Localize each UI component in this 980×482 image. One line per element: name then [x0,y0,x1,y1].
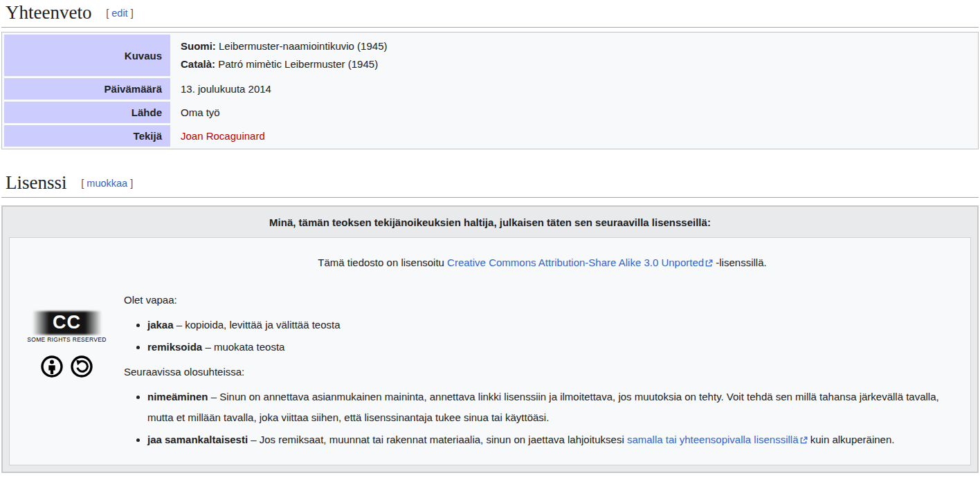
summary-heading: Yhteenveto [ edit ] [1,0,979,28]
summary-heading-text: Yhteenveto [6,2,91,23]
language-label: Suomi: [181,40,216,52]
external-link-icon [705,259,713,267]
conditions-list: nimeäminen – Sinun on annettava asianmuk… [124,387,961,450]
author-value: Joan Rocaguinard [172,125,976,147]
bracket: [ [81,178,84,189]
condition-item-share-alike: jaa samankaltaisesti – Jos remiksaat, mu… [147,429,961,450]
cc-license-text-column: Tämä tiedosto on lisensoitu Creative Com… [124,238,970,463]
description-catalan: Català: Patró mimètic Leibermuster (1945… [181,55,968,73]
cc-logo-column: CC SOME RIGHTS RESERVED [10,238,124,378]
conditions-heading: Seuraavissa olosuhteissa: [124,362,961,382]
bracket: ] [131,8,134,19]
condition-item-attribution: nimeäminen – Sinun on annettava asianmuk… [147,387,961,428]
bracket: ] [130,178,133,189]
cc-some-rights-reserved-label: SOME RIGHTS RESERVED [27,336,106,343]
external-link-icon [800,436,808,444]
description-finnish: Suomi: Leibermuster-naamiointikuvio (194… [181,37,968,55]
free-item-share: jakaa – kopioida, levittää ja välittää t… [147,315,961,335]
source-label: Lähde [4,102,170,123]
license-box: Minä, tämän teoksen tekijänoikeuksien ha… [1,205,979,473]
free-item-remix: remiksoida – muokata teosta [147,337,961,358]
description-label: Kuvaus [4,35,170,76]
cc-intro-line: Tämä tiedosto on lisensoitu Creative Com… [124,252,961,273]
cc-logo-letters: CC [33,311,102,334]
table-row-description: Kuvaus Suomi: Leibermuster-naamiointikuv… [4,35,976,76]
license-heading-text: Lisenssi [6,172,67,193]
author-red-link[interactable]: Joan Rocaguinard [181,130,265,142]
bracket: [ [106,8,109,19]
language-label: Català: [181,58,215,70]
cc-license-panel: CC SOME RIGHTS RESERVED [9,237,971,465]
license-editsection: [ muokkaa ] [81,178,133,189]
cc-condition-icons [40,355,93,378]
description-value: Suomi: Leibermuster-naamiointikuvio (194… [172,35,976,76]
attribution-icon [40,355,64,378]
author-label: Tekijä [4,125,170,147]
date-value: 13. joulukuuta 2014 [172,78,976,100]
table-row-author: Tekijä Joan Rocaguinard [4,125,976,147]
file-description-page: Yhteenveto [ edit ] Kuvaus Suomi: Leiber… [0,0,980,473]
cc-logo: CC [33,311,102,335]
summary-edit-link[interactable]: edit [111,8,127,19]
table-row-date: Päivämäärä 13. joulukuuta 2014 [4,78,976,100]
license-banner-text: Minä, tämän teoksen tekijänoikeuksien ha… [3,207,977,237]
free-list: jakaa – kopioida, levittää ja välittää t… [124,315,961,358]
license-heading: Lisenssi [ muokkaa ] [1,170,979,198]
source-value: Oma työ [172,102,976,123]
cc-license-link[interactable]: Creative Commons Attribution-Share Alike… [447,257,704,268]
date-label: Päivämäärä [4,78,170,100]
license-edit-link[interactable]: muokkaa [87,178,127,189]
compatible-license-link[interactable]: samalla tai yhteensopivalla lisenssillä [627,434,799,445]
summary-editsection: [ edit ] [106,8,134,19]
share-alike-icon [70,355,93,378]
free-heading: Olet vapaa: [124,290,961,310]
table-row-source: Lähde Oma työ [4,102,976,123]
file-information-table: Kuvaus Suomi: Leibermuster-naamiointikuv… [1,32,979,149]
